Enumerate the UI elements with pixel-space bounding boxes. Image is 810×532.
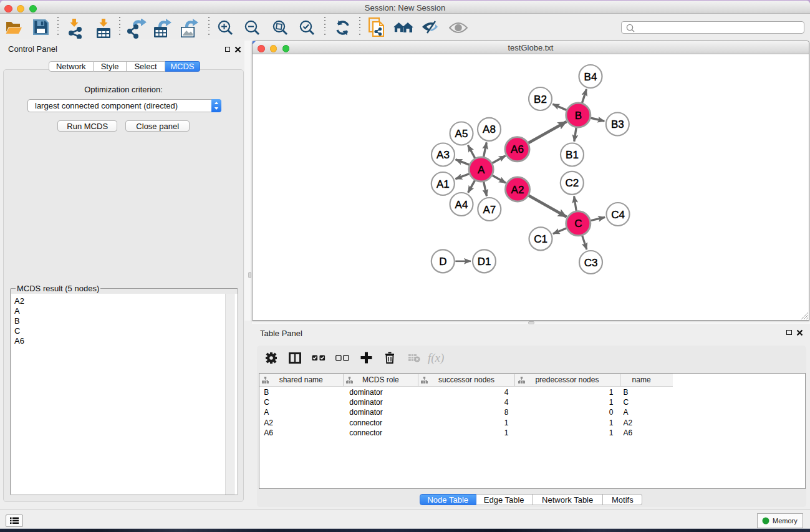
svg-text:B2: B2 [534, 94, 547, 105]
svg-text:A2: A2 [511, 184, 524, 196]
svg-text:D: D [439, 256, 446, 268]
svg-text:B1: B1 [566, 149, 579, 161]
svg-text:B: B [575, 110, 582, 122]
svg-text:A1: A1 [436, 178, 450, 190]
svg-text:B3: B3 [611, 118, 624, 130]
svg-text:A8: A8 [483, 123, 496, 135]
svg-text:A5: A5 [455, 128, 468, 140]
svg-text:A6: A6 [511, 143, 524, 155]
svg-text:B4: B4 [584, 71, 597, 83]
svg-text:C3: C3 [584, 257, 598, 269]
svg-text:D1: D1 [478, 256, 491, 268]
svg-text:A7: A7 [483, 204, 496, 216]
svg-text:A3: A3 [436, 149, 450, 161]
svg-text:A: A [478, 164, 485, 176]
svg-text:A4: A4 [455, 199, 468, 211]
svg-text:C4: C4 [611, 209, 625, 221]
svg-text:C2: C2 [565, 177, 579, 189]
svg-text:C: C [574, 218, 582, 230]
svg-text:C1: C1 [534, 233, 547, 245]
